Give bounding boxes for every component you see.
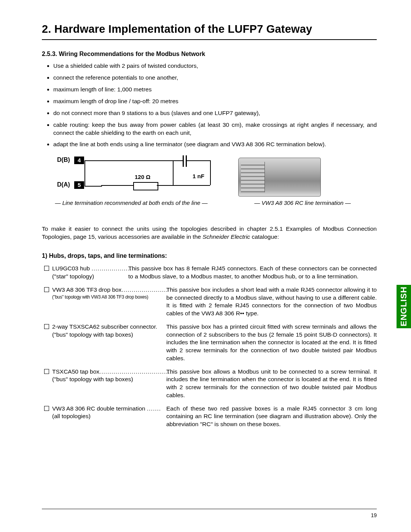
accessory-subtitle: ("bus" topology with tap boxes)	[52, 331, 166, 339]
checkbox-icon	[44, 324, 49, 329]
resistor-value: 120 Ω	[135, 174, 150, 180]
accessory-subtitle: ("star" topology)	[52, 273, 128, 281]
figure-row: D(B) 4 D(A) 5 120 Ω 1 nF	[57, 155, 377, 197]
language-tab: ENGLISH	[397, 285, 411, 328]
accessory-list: LU9GC03 hub .....................("star"…	[42, 265, 377, 428]
list-item: adapt the line at both ends using a line…	[53, 141, 377, 149]
accessories-subhead: 1) Hubs, drops, taps, and line terminati…	[42, 252, 377, 259]
accessory-description: This passive box has a printed circuit f…	[166, 323, 377, 363]
checkbox-icon	[44, 287, 49, 292]
document-page: 2. Hardware Implementation of the LUFP7 …	[0, 0, 411, 532]
list-item: Use a shielded cable with 2 pairs of twi…	[53, 62, 377, 70]
accessory-item: 2-way TSXSCA62 subscriber connector.("bu…	[44, 323, 377, 363]
capacitor-icon	[183, 155, 184, 167]
intro-paragraph: To make it easier to connect the units u…	[42, 225, 377, 241]
label-da: D(A)	[57, 181, 70, 188]
leader-dots: .....................	[91, 265, 134, 272]
label-db: D(B)	[57, 157, 70, 163]
leader-dots: .......	[147, 405, 161, 412]
list-item: connect the reference potentials to one …	[53, 74, 377, 82]
accessory-description: This passive box has 8 female RJ45 conne…	[128, 265, 377, 281]
accessory-title: 2-way TSXSCA62 subscriber connector.	[52, 323, 157, 330]
intro-tail: catalogue:	[250, 233, 279, 240]
list-item: do not connect more than 9 stations to a…	[53, 109, 377, 117]
section-heading: 2.5.3. Wiring Recommendations for the Mo…	[42, 51, 377, 58]
accessory-subtitle: (all topologies)	[52, 412, 166, 420]
accessory-description: This passive box allows a Modbus unit to…	[166, 368, 377, 399]
accessory-title: TSXCA50 tap box	[52, 368, 99, 375]
accessory-left: VW3 A8 306 RC double termination .......…	[52, 405, 166, 421]
checkbox-icon	[44, 266, 49, 271]
accessory-left: 2-way TSXSCA62 subscriber connector.("bu…	[52, 323, 166, 339]
checkbox-icon	[44, 369, 49, 374]
section-number: 2.5.3.	[42, 51, 57, 57]
list-item: maximum length of drop line / tap-off: 2…	[53, 97, 377, 105]
accessory-item: VW3 A8 306 TF3 drop box.................…	[44, 286, 377, 318]
list-item: cable routing: keep the bus away from po…	[53, 121, 377, 137]
accessory-item: TSXCA50 tap box.........................…	[44, 368, 377, 399]
accessory-left: LU9GC03 hub .....................("star"…	[52, 265, 128, 281]
accessory-title: VW3 A8 306 TF3 drop box	[52, 286, 121, 293]
figure-captions: — Line termination recommended at both e…	[42, 200, 377, 206]
caption-left: — Line termination recommended at both e…	[42, 200, 221, 206]
termination-diagram: D(B) 4 D(A) 5 120 Ω 1 nF	[57, 155, 225, 194]
resistor-icon	[133, 182, 158, 190]
pin-5: 5	[74, 181, 84, 189]
accessory-subtitle: ("bus" topology with VW3 A8 306 TF3 drop…	[52, 294, 166, 300]
accessory-description: This passive box includes a short lead w…	[166, 286, 377, 318]
leader-dots: ....................................	[99, 368, 172, 375]
accessory-title: LU9GC03 hub	[52, 265, 91, 272]
accessory-description: Each of these two red passive boxes is a…	[166, 405, 377, 428]
connector-photo	[238, 155, 321, 197]
chapter-title: 2. Hardware Implementation of the LUFP7 …	[42, 23, 377, 35]
header-rule	[42, 39, 377, 40]
capacitor-value: 1 nF	[193, 173, 204, 179]
accessory-left: TSXCA50 tap box.........................…	[52, 368, 166, 384]
bullet-list: Use a shielded cable with 2 pairs of twi…	[42, 62, 377, 149]
accessory-item: VW3 A8 306 RC double termination .......…	[44, 405, 377, 428]
caption-right: — VW3 A8 306 RC line termination —	[228, 200, 377, 206]
page-number: 19	[371, 512, 377, 518]
catalogue-name: Schneider Electric	[202, 233, 250, 240]
accessory-left: VW3 A8 306 TF3 drop box.................…	[52, 286, 166, 300]
accessory-subtitle: ("bus" topology with tap boxes)	[52, 375, 166, 383]
leader-dots: .......................	[121, 286, 168, 293]
pin-4: 4	[74, 157, 84, 164]
accessory-item: LU9GC03 hub .....................("star"…	[44, 265, 377, 281]
accessory-title: VW3 A8 306 RC double termination	[52, 405, 147, 412]
checkbox-icon	[44, 406, 49, 411]
footer-rule	[42, 509, 377, 509]
list-item: maximum length of line: 1,000 metres	[53, 86, 377, 94]
section-title: Wiring Recommendations for the Modbus Ne…	[59, 51, 205, 57]
